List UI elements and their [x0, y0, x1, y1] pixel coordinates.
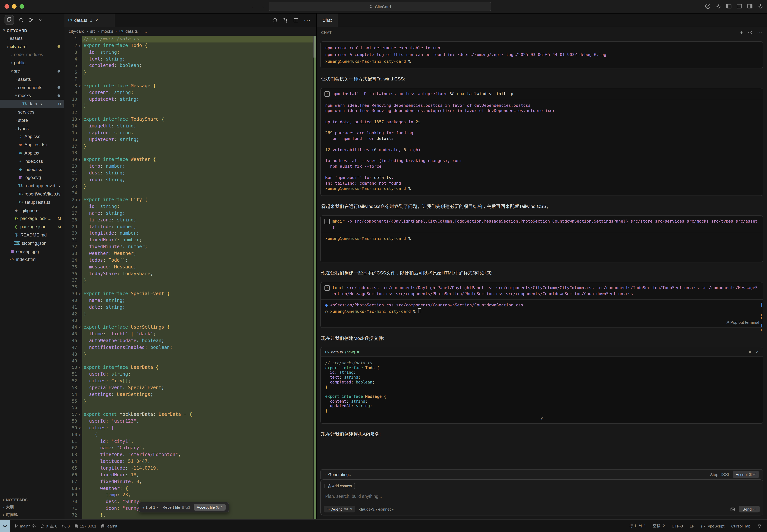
- code-line: 45 theme: 'light' | 'dark';: [64, 331, 316, 338]
- tree-item-App.tsx[interactable]: ⊛App.tsx: [0, 149, 64, 157]
- tree-item-.gitignore[interactable]: ◈.gitignore: [0, 206, 64, 214]
- tree-item-index.tsx[interactable]: ⊛index.tsx: [0, 165, 64, 174]
- close-window-button[interactable]: [5, 4, 9, 9]
- tree-item-data.ts[interactable]: TSdata.tsU: [0, 100, 64, 108]
- tree-item-city-card[interactable]: ∨city-card: [0, 42, 64, 51]
- expand-icon[interactable]: ›: [324, 473, 326, 476]
- toggle-left-panel-icon[interactable]: [726, 3, 732, 9]
- model-selector[interactable]: claude-3.7-sonnet ∨: [359, 507, 394, 511]
- new-chat-icon[interactable]: +: [740, 30, 743, 35]
- zoom-window-button[interactable]: [20, 4, 24, 9]
- toggle-bottom-panel-icon[interactable]: [737, 3, 742, 9]
- tree-item-public[interactable]: ›public: [0, 59, 64, 67]
- tree-item-assets[interactable]: ›assets: [0, 75, 64, 83]
- back-icon[interactable]: ←: [251, 3, 259, 9]
- ports-status[interactable]: 0: [62, 524, 70, 528]
- tree-item-consept.jpg[interactable]: ▣consept.jpg: [0, 247, 64, 255]
- send-button[interactable]: Send ⏎: [739, 506, 760, 512]
- notifications-bell-icon[interactable]: [757, 524, 762, 528]
- assistant-settings-icon[interactable]: [715, 3, 721, 9]
- timeline-history-icon[interactable]: [272, 17, 277, 23]
- tree-item-reportWebVitals.ts[interactable]: TSreportWebVitals.ts: [0, 190, 64, 198]
- minimize-window-button[interactable]: [12, 4, 17, 9]
- editor-scrollbar[interactable]: [313, 36, 316, 58]
- tree-item-mocks[interactable]: ∨mocks: [0, 92, 64, 100]
- close-tab-icon[interactable]: ×: [95, 18, 98, 22]
- tree-item-node_modules[interactable]: ›node_modules: [0, 51, 64, 59]
- pop-out-terminal-link[interactable]: ↗ Pop out terminal: [321, 318, 763, 327]
- tree-item-index.html[interactable]: <>index.html: [0, 255, 64, 264]
- tree-item-services[interactable]: ›services: [0, 108, 64, 116]
- remote-indicator[interactable]: ><: [0, 520, 10, 532]
- tree-item-components[interactable]: ›components: [0, 83, 64, 92]
- tab-chat[interactable]: Chat: [317, 14, 338, 27]
- split-editor-icon[interactable]: [293, 17, 299, 23]
- sidebar-section-outline[interactable]: ›大纲: [0, 503, 64, 511]
- expand-code-icon[interactable]: ∨: [321, 414, 763, 423]
- host-status[interactable]: 127.0.0.1: [74, 524, 96, 528]
- search-view-icon[interactable]: [19, 17, 24, 22]
- tree-item-tsconfig.json[interactable]: TStsconfig.json: [0, 239, 64, 247]
- add-context-button[interactable]: @ Add context: [324, 483, 355, 489]
- prev-next-diff[interactable]: ∨ 1 of 1 ∧: [142, 505, 159, 509]
- tree-item-store[interactable]: ›store: [0, 116, 64, 124]
- workspace-root[interactable]: ∨ CITYCARD: [0, 26, 64, 34]
- typescript-file-icon: TS: [324, 350, 329, 354]
- chat-history-icon[interactable]: [748, 30, 753, 35]
- revert-file-button[interactable]: Revert file ⌘⌫: [162, 505, 190, 509]
- eol-status[interactable]: LF: [690, 524, 694, 528]
- tree-item-package.json[interactable]: {}package.jsonM: [0, 223, 64, 231]
- account-icon[interactable]: [705, 3, 711, 9]
- tree-item-README.md[interactable]: ⓘREADME.md: [0, 231, 64, 239]
- command-center-search[interactable]: CityCard: [269, 2, 491, 11]
- database-status[interactable]: learnit: [101, 524, 117, 528]
- language-status[interactable]: { } TypeScript: [701, 524, 725, 528]
- chat-input[interactable]: @ Add context Plan, search, build anythi…: [320, 479, 763, 515]
- stop-button[interactable]: Stop ⌘⌫: [710, 472, 729, 477]
- tree-item-assets[interactable]: ›assets: [0, 34, 64, 42]
- chat-messages[interactable]: npm error could not determine executable…: [317, 38, 767, 469]
- source-control-icon[interactable]: [29, 17, 33, 22]
- explorer-view-icon[interactable]: [5, 15, 14, 25]
- tree-item-App.test.tsx[interactable]: ⊛App.test.tsx: [0, 141, 64, 149]
- accept-file-button[interactable]: Accept file ⌘⏎: [194, 504, 226, 511]
- tree-item-react-app-env.d.ts[interactable]: TSreact-app-env.d.ts: [0, 182, 64, 190]
- code-line: 56: [64, 405, 316, 412]
- more-actions-icon[interactable]: ···: [304, 17, 311, 23]
- breadcrumb[interactable]: city-card› src› mocks› TS data.ts› ...: [64, 27, 316, 36]
- forward-icon[interactable]: →: [259, 3, 268, 9]
- sidebar-section-notepads[interactable]: ›NOTEPADS: [0, 496, 64, 503]
- tree-item-label: index.tsx: [24, 167, 64, 172]
- indentation-status[interactable]: 空格: 2: [653, 523, 665, 529]
- cursor-tab-status[interactable]: Cursor Tab: [731, 524, 750, 528]
- tree-item-logo.svg[interactable]: ◧logo.svg: [0, 174, 64, 182]
- attach-image-icon[interactable]: [730, 507, 735, 512]
- accept-edit-icon[interactable]: ✓: [756, 349, 759, 354]
- tab-data-ts[interactable]: TS data.ts U ×: [64, 14, 115, 27]
- git-branch-status[interactable]: main*: [14, 524, 36, 528]
- tree-item-types[interactable]: ›types: [0, 124, 64, 133]
- reject-edit-icon[interactable]: ×: [749, 349, 751, 354]
- compare-changes-icon[interactable]: [283, 17, 288, 23]
- tree-item-label: reportWebVitals.ts: [24, 191, 64, 197]
- agent-mode-selector[interactable]: ∞ Agent ⌘I ∨: [324, 506, 355, 512]
- chevron-down-icon[interactable]: [38, 18, 43, 22]
- tree-item-src[interactable]: ∨src: [0, 67, 64, 75]
- tree-item-index.css[interactable]: #index.css: [0, 157, 64, 165]
- typescript-file-icon: TS: [68, 18, 72, 22]
- code-line: 68∨ weather: {: [64, 485, 316, 492]
- encoding-status[interactable]: UTF-8: [672, 524, 683, 528]
- tree-item-package-lock....[interactable]: {}package-lock....M: [0, 214, 64, 223]
- tree-item-label: logo.svg: [24, 175, 64, 180]
- code-editor[interactable]: 1// src/mocks/data.ts2∨export interface …: [64, 36, 316, 519]
- problems-status[interactable]: 0 0: [40, 524, 57, 528]
- accept-button[interactable]: Accept ⌘⏎: [733, 471, 759, 478]
- toggle-right-panel-icon[interactable]: [747, 3, 753, 9]
- modified-dot-badge: [58, 86, 60, 89]
- cursor-position-status[interactable]: 行 1, 列 1: [629, 523, 646, 529]
- settings-gear-icon[interactable]: [758, 3, 763, 9]
- chat-more-icon[interactable]: ···: [757, 30, 762, 35]
- sidebar-section-timeline[interactable]: ›时间线: [0, 511, 64, 518]
- tree-item-setupTests.ts[interactable]: TSsetupTests.ts: [0, 198, 64, 206]
- tree-item-App.css[interactable]: #App.css: [0, 133, 64, 141]
